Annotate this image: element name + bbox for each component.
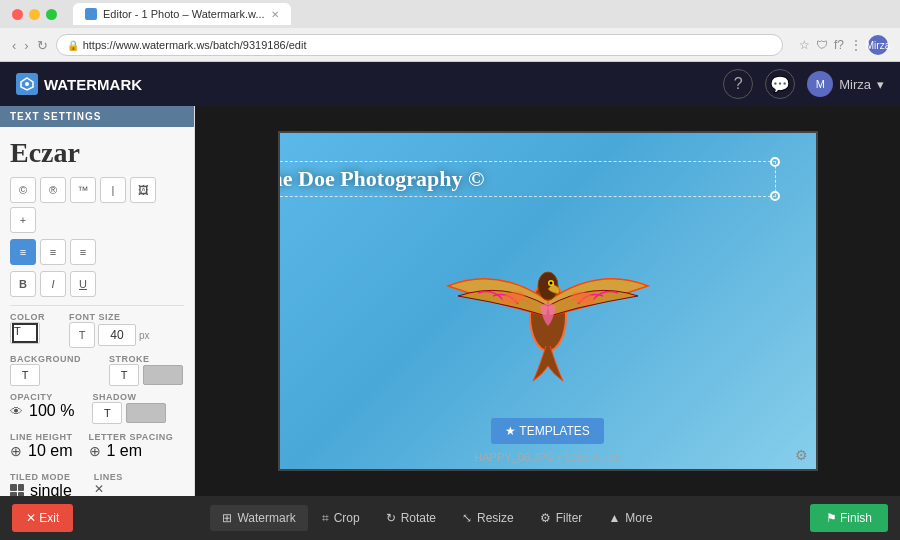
divider-1: [10, 305, 184, 306]
opacity-value: 100 %: [29, 402, 74, 420]
opacity-field-group: OPACITY 👁 100 %: [10, 392, 74, 426]
stroke-color-swatch[interactable]: [143, 365, 183, 385]
wm-handle-tr[interactable]: [770, 157, 780, 167]
bg-color-preview[interactable]: T: [10, 364, 40, 386]
crop-tool-label: Crop: [334, 511, 360, 525]
tiled-mode-label: TILED MODE: [10, 472, 72, 482]
tab-favicon: [85, 8, 97, 20]
plus-icon-btn[interactable]: +: [10, 207, 36, 233]
left-panel: TEXT SETTINGS Eczar © ® ™ | 🖼 + ≡ ≡ ≡: [0, 106, 195, 496]
shadow-t-icon: T: [92, 402, 122, 424]
text-color-swatch: T: [12, 323, 38, 343]
grid-dot-2: [18, 484, 25, 491]
user-menu[interactable]: M Mirza ▾: [807, 71, 884, 97]
filter-tool-btn[interactable]: ⚙ Filter: [528, 505, 595, 531]
watermark-tool-label: Watermark: [237, 511, 295, 525]
tiled-value: single: [30, 482, 72, 496]
browser-user-initials: Mirza: [866, 40, 890, 51]
align-left-btn[interactable]: ≡: [10, 239, 36, 265]
stroke-field-group: STROKE T: [109, 354, 183, 386]
stroke-label: STROKE: [109, 354, 183, 364]
refresh-button[interactable]: ↻: [37, 38, 48, 53]
background-label: BACKGROUND: [10, 354, 81, 364]
address-bar[interactable]: 🔒 https://www.watermark.ws/batch/9319186…: [56, 34, 783, 56]
templates-button[interactable]: ★ TEMPLATES: [491, 418, 604, 444]
exit-button[interactable]: ✕ Exit: [12, 504, 73, 532]
opacity-shadow-row: OPACITY 👁 100 % SHADOW T: [10, 392, 184, 426]
font-t-icon: T: [69, 322, 95, 348]
underline-btn[interactable]: U: [70, 271, 96, 297]
address-text: https://www.watermark.ws/batch/9319186/e…: [83, 39, 307, 51]
italic-btn[interactable]: I: [40, 271, 66, 297]
align-center-btn[interactable]: ≡: [40, 239, 66, 265]
lock-icon: 🔒: [67, 40, 79, 51]
line-height-icon: ⊕: [10, 443, 22, 459]
bold-btn[interactable]: B: [10, 271, 36, 297]
minimize-button[interactable]: [29, 9, 40, 20]
user-initials: M: [816, 78, 825, 90]
tiled-mode-group: TILED MODE single: [10, 472, 72, 496]
star-icon: ☆: [799, 38, 810, 52]
watermark-overlay[interactable]: Jane Doe Photography ©: [278, 161, 776, 197]
extension-icon: f?: [834, 38, 844, 52]
letter-spacing-label: LETTER SPACING: [89, 432, 174, 442]
bg-stroke-row: BACKGROUND T STROKE T: [10, 354, 184, 386]
align-right-btn[interactable]: ≡: [70, 239, 96, 265]
format-row: B I U: [10, 271, 184, 297]
shadow-row: T: [92, 402, 166, 424]
copyright-icon-btn[interactable]: ©: [10, 177, 36, 203]
shadow-color-swatch[interactable]: [126, 403, 166, 423]
resize-tool-icon: ⤡: [462, 511, 472, 525]
font-size-field[interactable]: [98, 324, 136, 346]
maximize-button[interactable]: [46, 9, 57, 20]
tab-title: Editor - 1 Photo – Watermark.w...: [103, 8, 265, 20]
more-tool-icon: ▲: [608, 511, 620, 525]
fontsize-field-group: FONT SIZE T px: [69, 312, 150, 348]
filter-tool-label: Filter: [556, 511, 583, 525]
color-fontsize-row: COLOR T FONT SIZE T px: [10, 312, 184, 348]
watermark-tool-btn[interactable]: ⊞ Watermark: [210, 505, 307, 531]
browser-tab[interactable]: Editor - 1 Photo – Watermark.w... ✕: [73, 3, 291, 25]
forward-button[interactable]: ›: [24, 38, 28, 53]
image-icon-btn[interactable]: 🖼: [130, 177, 156, 203]
line-height-value: 10 em: [28, 442, 72, 460]
opacity-control: 👁 100 %: [10, 402, 74, 420]
line-height-control: ⊕ 10 em: [10, 442, 73, 460]
finish-button[interactable]: ⚑ Finish: [810, 504, 888, 532]
line-height-label: LINE HEIGHT: [10, 432, 73, 442]
crop-tool-btn[interactable]: ⌗ Crop: [310, 505, 372, 531]
stroke-t-icon: T: [109, 364, 139, 386]
font-size-input: T px: [69, 322, 150, 348]
rotate-tool-btn[interactable]: ↻ Rotate: [374, 505, 448, 531]
more-tool-label: More: [625, 511, 652, 525]
templates-bar: ★ TEMPLATES: [195, 410, 900, 452]
color-preview-btn[interactable]: T: [10, 322, 40, 344]
browser-user-avatar: Mirza: [868, 35, 888, 55]
bottom-toolbar: ✕ Exit ⊞ Watermark ⌗ Crop ↻ Rotate ⤡ Res…: [0, 496, 900, 540]
lines-control: ✕: [94, 482, 123, 496]
chat-button[interactable]: 💬: [765, 69, 795, 99]
letter-spacing-control: ⊕ 1 em: [89, 442, 174, 460]
lh-ls-row: LINE HEIGHT ⊕ 10 em LETTER SPACING ⊕ 1 e…: [10, 432, 184, 466]
font-name: Eczar: [10, 137, 184, 169]
letter-spacing-value: 1 em: [107, 442, 143, 460]
color-label: COLOR: [10, 312, 45, 322]
shadow-label: SHADOW: [92, 392, 166, 402]
more-tool-btn[interactable]: ▲ More: [596, 505, 664, 531]
help-button[interactable]: ?: [723, 69, 753, 99]
tab-close-icon[interactable]: ✕: [271, 9, 279, 20]
letter-spacing-icon: ⊕: [89, 443, 101, 459]
close-button[interactable]: [12, 9, 23, 20]
wm-handle-br[interactable]: [770, 191, 780, 201]
stroke-row: T: [109, 364, 183, 386]
back-button[interactable]: ‹: [12, 38, 16, 53]
line-icon-btn[interactable]: |: [100, 177, 126, 203]
background-field-group: BACKGROUND T: [10, 354, 81, 386]
color-field-group: COLOR T: [10, 312, 45, 344]
registered-icon-btn[interactable]: ®: [40, 177, 66, 203]
grid-dot-1: [10, 484, 17, 491]
alignment-row: ≡ ≡ ≡: [10, 239, 184, 265]
trademark-icon-btn[interactable]: ™: [70, 177, 96, 203]
watermark-tool-icon: ⊞: [222, 511, 232, 525]
resize-tool-btn[interactable]: ⤡ Resize: [450, 505, 526, 531]
